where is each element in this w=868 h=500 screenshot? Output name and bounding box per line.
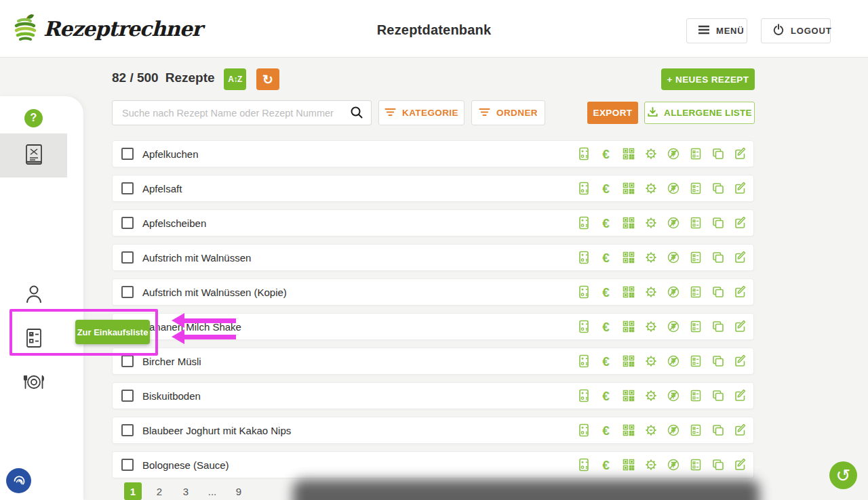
ordner-filter-button[interactable]: ORDNER (471, 100, 545, 125)
sidebar-item-recipe-book[interactable] (0, 138, 67, 173)
euro-icon[interactable]: € (599, 354, 613, 369)
calculator-icon[interactable] (576, 251, 591, 265)
qr-code-icon[interactable] (621, 147, 635, 161)
gear-icon[interactable] (644, 320, 658, 334)
edit-icon[interactable] (733, 354, 747, 369)
euro-icon[interactable]: € (599, 389, 613, 403)
label-icon[interactable] (688, 182, 703, 196)
gear-icon[interactable] (644, 251, 658, 265)
euro-icon[interactable]: € (599, 251, 613, 265)
edit-icon[interactable] (733, 423, 747, 438)
euro-icon[interactable]: € (599, 423, 613, 438)
euro-icon[interactable]: € (599, 182, 613, 196)
gear-icon[interactable] (644, 285, 658, 299)
euro-icon[interactable]: € (599, 320, 613, 334)
calculator-icon[interactable] (576, 285, 591, 299)
copy-icon[interactable] (711, 389, 725, 403)
calculator-icon[interactable] (576, 389, 591, 403)
qr-code-icon[interactable] (621, 251, 635, 265)
qr-code-icon[interactable] (621, 389, 635, 403)
qr-code-icon[interactable] (621, 354, 635, 369)
calculator-icon[interactable] (576, 458, 591, 472)
gluten-free-icon[interactable] (666, 354, 680, 369)
gear-icon[interactable] (644, 389, 658, 403)
edit-icon[interactable] (733, 182, 747, 196)
menu-button[interactable]: MENÜ (686, 18, 747, 43)
sidebar-item-forms[interactable] (0, 327, 67, 352)
page-button[interactable]: 1 (124, 482, 142, 500)
app-logo[interactable]: Rezeptrechner (14, 12, 202, 45)
gear-icon[interactable] (644, 354, 658, 369)
copy-icon[interactable] (711, 423, 725, 438)
search-input[interactable] (112, 100, 372, 125)
recipe-checkbox[interactable] (121, 424, 134, 436)
copy-icon[interactable] (711, 320, 725, 334)
edit-icon[interactable] (733, 320, 747, 334)
gluten-free-icon[interactable] (666, 147, 680, 161)
kategorie-filter-button[interactable]: KATEGORIE (378, 100, 465, 125)
label-icon[interactable] (688, 423, 703, 438)
recipe-checkbox[interactable] (121, 355, 134, 367)
page-button[interactable]: 2 (151, 482, 168, 500)
edit-icon[interactable] (733, 251, 747, 265)
qr-code-icon[interactable] (621, 182, 635, 196)
calculator-icon[interactable] (576, 216, 591, 230)
qr-code-icon[interactable] (621, 285, 635, 299)
copy-icon[interactable] (711, 354, 725, 369)
logout-button[interactable]: LOGOUT (761, 18, 831, 43)
euro-icon[interactable]: € (599, 458, 613, 472)
recipe-checkbox[interactable] (121, 182, 134, 194)
calculator-icon[interactable] (576, 320, 591, 334)
gluten-free-icon[interactable] (666, 389, 680, 403)
euro-icon[interactable]: € (599, 216, 613, 230)
gear-icon[interactable] (644, 423, 658, 438)
gluten-free-icon[interactable] (666, 458, 680, 472)
copy-icon[interactable] (711, 285, 725, 299)
privacy-consent-button[interactable] (6, 468, 31, 493)
qr-code-icon[interactable] (621, 216, 635, 230)
qr-code-icon[interactable] (621, 458, 635, 472)
recipe-checkbox[interactable] (121, 251, 134, 264)
copy-icon[interactable] (711, 182, 725, 196)
qr-code-icon[interactable] (621, 320, 635, 334)
allergene-liste-button[interactable]: ALLERGENE LISTE (644, 102, 755, 124)
calculator-icon[interactable] (576, 182, 591, 196)
recipe-checkbox[interactable] (121, 286, 134, 298)
euro-icon[interactable]: € (599, 285, 613, 299)
label-icon[interactable] (688, 354, 703, 369)
page-button[interactable]: 3 (177, 482, 195, 500)
label-icon[interactable] (688, 458, 703, 472)
copy-icon[interactable] (711, 216, 725, 230)
copy-icon[interactable] (711, 458, 725, 472)
label-icon[interactable] (688, 216, 703, 230)
page-button[interactable]: ... (203, 482, 221, 500)
sidebar-item-help[interactable]: ? (0, 104, 67, 131)
gluten-free-icon[interactable] (666, 216, 680, 230)
page-button[interactable]: 9 (230, 482, 248, 500)
edit-icon[interactable] (733, 458, 747, 472)
calculator-icon[interactable] (576, 147, 591, 161)
new-recipe-button[interactable]: + NEUES REZEPT (661, 68, 755, 90)
gluten-free-icon[interactable] (666, 182, 680, 196)
calculator-icon[interactable] (576, 354, 591, 369)
gluten-free-icon[interactable] (666, 285, 680, 299)
recipe-checkbox[interactable] (121, 459, 134, 471)
gear-icon[interactable] (644, 216, 658, 230)
refresh-button[interactable]: ↻ (256, 68, 279, 90)
gluten-free-icon[interactable] (666, 251, 680, 265)
undo-button[interactable]: ↺ (829, 461, 857, 489)
recipe-checkbox[interactable] (121, 390, 134, 402)
edit-icon[interactable] (733, 147, 747, 161)
calculator-icon[interactable] (576, 423, 591, 438)
sort-az-button[interactable]: A↕Z (224, 68, 246, 90)
gear-icon[interactable] (644, 182, 658, 196)
edit-icon[interactable] (733, 389, 747, 403)
gear-icon[interactable] (644, 458, 658, 472)
label-icon[interactable] (688, 389, 703, 403)
label-icon[interactable] (688, 251, 703, 265)
sidebar-item-meal-plan[interactable] (0, 371, 67, 396)
label-icon[interactable] (688, 320, 703, 334)
recipe-checkbox[interactable] (121, 148, 134, 160)
copy-icon[interactable] (711, 251, 725, 265)
label-icon[interactable] (688, 147, 703, 161)
